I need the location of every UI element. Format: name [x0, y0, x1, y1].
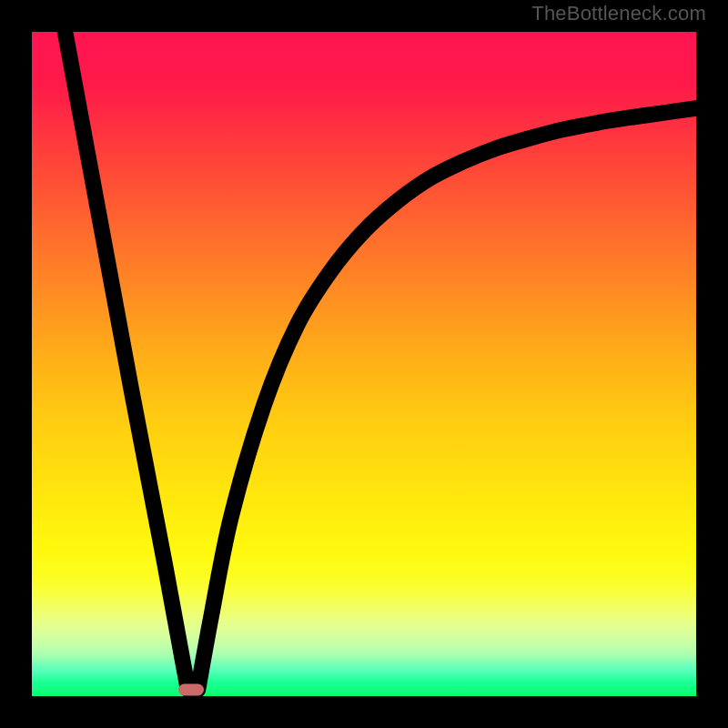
chart-plot-area — [32, 32, 696, 696]
watermark-text: TheBottleneck.com — [531, 2, 706, 25]
curve-left-branch — [66, 32, 188, 690]
minimum-marker — [178, 683, 204, 695]
curve-right-branch — [198, 108, 697, 690]
chart-curve — [32, 32, 696, 696]
